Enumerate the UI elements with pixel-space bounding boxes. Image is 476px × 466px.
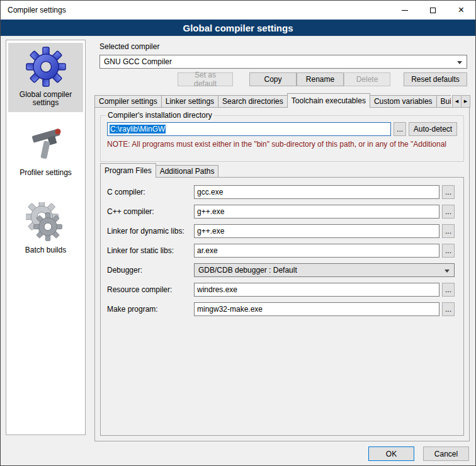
installation-directory-group: Compiler's installation directory C:\ray… <box>100 115 464 162</box>
window-controls: × <box>390 1 475 20</box>
window-title: Compiler settings <box>1 6 66 14</box>
resource-compiler-input[interactable] <box>194 283 439 297</box>
cancel-button[interactable]: Cancel <box>423 446 469 461</box>
cpp-compiler-label: C++ compiler: <box>107 207 194 216</box>
form-row-c-compiler: C compiler: ... <box>107 185 455 199</box>
arrow-left-icon: ◀ <box>455 99 458 104</box>
resource-compiler-browse-button[interactable]: ... <box>442 283 455 297</box>
main-area: Selected compiler GNU GCC Compiler Set a… <box>92 40 470 445</box>
minimize-button[interactable] <box>390 1 419 20</box>
resource-compiler-label: Resource compiler: <box>107 285 194 294</box>
form-row-linker-dynamic: Linker for dynamic libs: ... <box>107 224 455 238</box>
make-program-input[interactable] <box>194 302 439 316</box>
tab-additional-paths[interactable]: Additional Paths <box>156 165 219 178</box>
installation-note: NOTE: All programs must exist either in … <box>107 140 463 149</box>
linker-dynamic-browse-button[interactable]: ... <box>442 224 455 238</box>
tab-scroll-right-button[interactable]: ▶ <box>461 95 470 108</box>
sidebar-item-profiler-settings[interactable]: Profiler settings <box>8 121 83 182</box>
auto-detect-button[interactable]: Auto-detect <box>409 122 457 136</box>
tab-scroll-buttons: ◀ ▶ <box>453 95 470 108</box>
installation-directory-value: C:\raylib\MinGW <box>110 125 166 134</box>
debugger-label: Debugger: <box>107 266 194 275</box>
gear-blue-icon <box>26 47 66 87</box>
make-program-browse-button[interactable]: ... <box>442 302 455 316</box>
debugger-select[interactable]: GDB/CDB debugger : Default <box>194 263 455 277</box>
installation-directory-browse-button[interactable]: ... <box>394 122 406 136</box>
tab-program-files[interactable]: Program Files <box>100 163 156 178</box>
form-row-make-program: Make program: ... <box>107 302 455 316</box>
set-as-default-button[interactable]: Set as default <box>178 72 233 86</box>
selected-compiler-label: Selected compiler <box>99 42 159 51</box>
gear-batch-icon <box>26 202 66 242</box>
tab-build-options[interactable]: Build options <box>436 95 451 108</box>
compiler-select-value: GNU GCC Compiler <box>104 57 172 66</box>
c-compiler-label: C compiler: <box>107 188 194 196</box>
compiler-settings-dialog: Compiler settings × Global compiler sett… <box>0 0 476 466</box>
c-compiler-browse-button[interactable]: ... <box>442 185 455 199</box>
installation-directory-row: C:\raylib\MinGW ... Auto-detect <box>107 122 457 136</box>
chevron-down-icon <box>445 270 450 273</box>
maximize-icon <box>430 8 436 13</box>
compiler-select[interactable]: GNU GCC Compiler <box>99 55 467 69</box>
tab-compiler-settings[interactable]: Compiler settings <box>94 95 162 108</box>
program-files-panel: C compiler: ... C++ compiler: ... Linker… <box>100 177 464 436</box>
debugger-select-value: GDB/CDB debugger : Default <box>198 266 297 275</box>
minimize-icon <box>402 10 408 11</box>
form-row-cpp-compiler: C++ compiler: ... <box>107 205 455 219</box>
maximize-button[interactable] <box>419 1 447 20</box>
c-compiler-input[interactable] <box>194 185 439 199</box>
titlebar: Compiler settings × <box>1 1 475 20</box>
tab-scroll-left-button[interactable]: ◀ <box>452 95 462 108</box>
sidebar-item-label: Profiler settings <box>20 169 72 177</box>
dialog-footer: OK Cancel <box>368 446 469 461</box>
tab-custom-variables[interactable]: Custom variables <box>370 95 437 108</box>
linker-static-input[interactable] <box>194 244 439 258</box>
tab-linker-settings[interactable]: Linker settings <box>161 95 218 108</box>
arrow-right-icon: ▶ <box>464 99 467 104</box>
installation-directory-title: Compiler's installation directory <box>106 111 214 120</box>
tab-search-directories[interactable]: Search directories <box>218 95 288 108</box>
close-icon: × <box>458 5 464 15</box>
sidebar-item-label: Global compiler settings <box>9 91 82 107</box>
profiler-icon <box>26 125 66 165</box>
reset-defaults-button[interactable]: Reset defaults <box>404 72 467 86</box>
tab-toolchain-executables[interactable]: Toolchain executables <box>287 93 370 108</box>
toolchain-executables-panel: Compiler's installation directory C:\ray… <box>94 107 470 441</box>
program-files-tabstrip: Program Files Additional Paths <box>100 163 218 178</box>
linker-static-label: Linker for static libs: <box>107 246 194 255</box>
settings-sidebar: Global compiler settings Profiler settin… <box>6 40 86 435</box>
delete-button[interactable]: Delete <box>344 72 390 86</box>
settings-tabstrip: Compiler settings Linker settings Search… <box>94 93 451 108</box>
installation-directory-input[interactable]: C:\raylib\MinGW <box>107 122 391 136</box>
form-row-resource-compiler: Resource compiler: ... <box>107 283 455 297</box>
sidebar-item-global-compiler-settings[interactable]: Global compiler settings <box>8 43 83 112</box>
sidebar-item-batch-builds[interactable]: Batch builds <box>8 198 83 259</box>
ok-button[interactable]: OK <box>368 446 414 461</box>
linker-static-browse-button[interactable]: ... <box>442 244 455 258</box>
chevron-down-icon <box>457 61 462 64</box>
linker-dynamic-label: Linker for dynamic libs: <box>107 227 194 236</box>
page-title: Global compiler settings <box>1 20 475 36</box>
cpp-compiler-browse-button[interactable]: ... <box>442 205 455 219</box>
compiler-actions: Set as default Copy Rename Delete Reset … <box>99 72 467 86</box>
sidebar-item-label: Batch builds <box>25 246 66 254</box>
form-row-debugger: Debugger: GDB/CDB debugger : Default <box>107 263 455 277</box>
make-program-label: Make program: <box>107 305 194 314</box>
close-button[interactable]: × <box>447 1 475 20</box>
copy-button[interactable]: Copy <box>249 72 297 86</box>
form-row-linker-static: Linker for static libs: ... <box>107 244 455 258</box>
cpp-compiler-input[interactable] <box>194 205 439 219</box>
linker-dynamic-input[interactable] <box>194 224 439 238</box>
rename-button[interactable]: Rename <box>297 72 344 86</box>
